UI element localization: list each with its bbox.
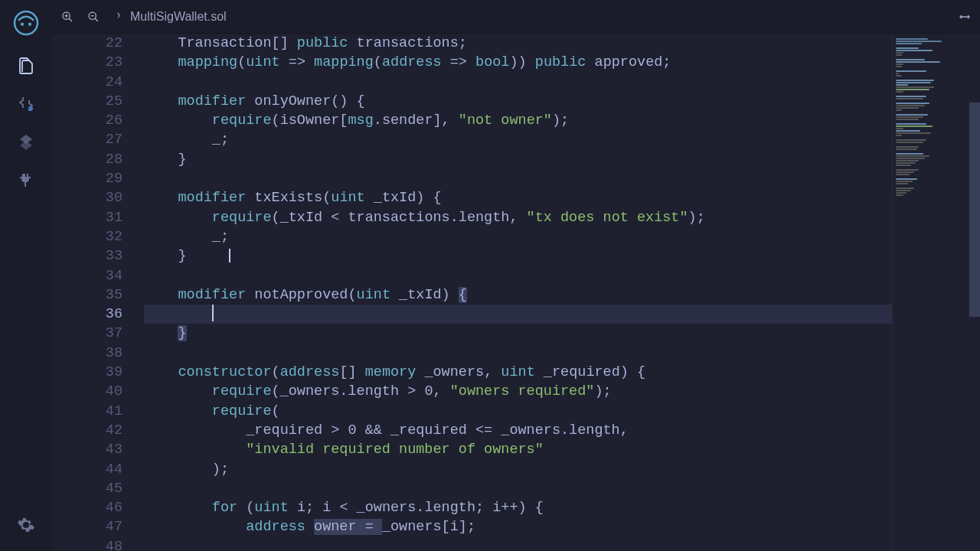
svg-point-0 [15,11,38,34]
plugin-manager-icon[interactable] [15,170,37,191]
svg-line-9 [95,18,98,21]
editor-topbar: MultiSigWallet.sol [52,0,980,34]
settings-icon[interactable] [15,514,37,536]
expand-horizontal-icon[interactable] [959,11,971,23]
svg-point-3 [28,106,33,111]
line-gutter: 2223242526272829303132333435363738394041… [52,34,144,551]
activity-bar [0,0,52,551]
file-explorer-icon[interactable] [15,55,37,77]
main-area: MultiSigWallet.sol 222324252627282930313… [52,0,980,551]
scrollbar-thumb[interactable] [969,103,980,317]
zoom-in-icon[interactable] [61,11,74,23]
scrollbar-track[interactable] [969,34,980,551]
solidity-file-icon [113,11,124,22]
deploy-icon[interactable] [15,132,37,153]
file-tab[interactable]: MultiSigWallet.sol [113,10,227,24]
svg-point-1 [21,23,24,26]
editor[interactable]: 2223242526272829303132333435363738394041… [52,34,980,551]
zoom-out-icon[interactable] [87,11,100,23]
svg-line-5 [69,18,72,21]
file-name: MultiSigWallet.sol [130,10,227,24]
remix-logo-icon[interactable] [11,8,41,38]
code-content[interactable]: Transaction[] public transactions; mappi… [144,34,892,551]
compiler-icon[interactable] [15,93,37,115]
minimap[interactable] [892,34,980,551]
svg-point-2 [28,23,31,26]
